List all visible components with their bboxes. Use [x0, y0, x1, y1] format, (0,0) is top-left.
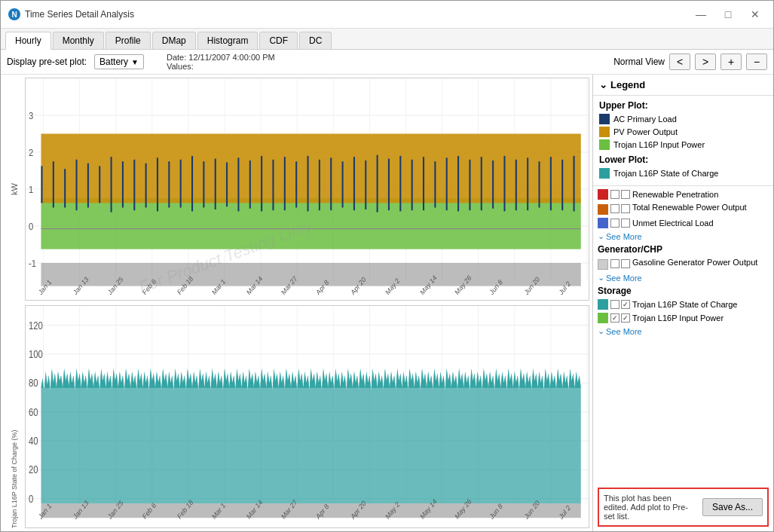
main-window: N Time Series Detail Analysis — □ ✕ Hour…	[0, 0, 774, 532]
svg-rect-62	[423, 157, 424, 210]
legend-label-trojan-input: Trojan L16P Input Power	[613, 140, 705, 149]
checkbox-input-2[interactable]: ✓	[621, 313, 630, 323]
svg-text:40: 40	[29, 435, 38, 448]
y-axis-label-upper: kW	[4, 78, 25, 301]
preset-dropdown[interactable]: Battery ▼	[94, 54, 144, 69]
sidebar-scroll[interactable]: Renewable Penetration Total Renewable Po…	[593, 185, 773, 483]
legend-chevron-icon: ⌄	[599, 79, 607, 90]
see-more-label-3: See More	[606, 327, 642, 336]
label-storage-input: Trojan L16P Input Power	[632, 313, 724, 323]
tab-monthly[interactable]: Monthly	[53, 32, 104, 49]
prev-button[interactable]: <	[669, 54, 690, 70]
item-generator: Gasoline Generator Power Output	[598, 258, 769, 270]
see-more-2[interactable]: ⌄ See More	[598, 273, 769, 283]
upper-plot-title: Upper Plot:	[599, 100, 767, 111]
svg-rect-44	[215, 159, 216, 209]
svg-rect-39	[157, 157, 158, 211]
svg-rect-55	[342, 161, 344, 207]
label-storage-soc: Trojan L16P State of Charge	[632, 300, 737, 309]
date-value: 12/11/2007 4:00:00 PM	[188, 53, 274, 62]
checkbox-unmet-1[interactable]	[610, 219, 620, 228]
save-section: ➜ This plot has been edited. Add plot to…	[598, 488, 769, 527]
item-storage-soc: ✓ Trojan L16P State of Charge	[598, 299, 769, 310]
svg-rect-72	[538, 161, 540, 207]
red-arrow-icon: ➜	[767, 505, 773, 531]
checkboxes-renewable	[610, 190, 630, 199]
svg-rect-75	[574, 156, 575, 212]
zoom-out-button[interactable]: −	[746, 54, 767, 70]
svg-text:0: 0	[29, 221, 33, 232]
legend-label-ac-load: AC Primary Load	[613, 115, 677, 124]
checkbox-total-2[interactable]	[621, 204, 630, 213]
svg-rect-41	[180, 160, 182, 208]
svg-text:100: 100	[29, 348, 43, 361]
checkbox-total-1[interactable]	[610, 204, 620, 213]
toolbar: Display pre-set plot: Battery ▼ Date: 12…	[1, 50, 773, 75]
checkbox-soc-1[interactable]	[610, 300, 620, 309]
svg-rect-58	[377, 155, 378, 212]
svg-rect-68	[492, 161, 494, 209]
svg-rect-43	[203, 161, 204, 207]
values-label: Values:	[167, 62, 194, 71]
see-more-label-1: See More	[606, 232, 642, 241]
maximize-button[interactable]: □	[717, 7, 739, 22]
tab-dc[interactable]: DC	[299, 32, 332, 49]
checkbox-soc-2[interactable]: ✓	[621, 300, 630, 309]
svg-rect-56	[353, 157, 355, 210]
legend-label-trojan-soc: Trojan L16P State of Charge	[613, 169, 718, 178]
legend-header: ⌄ Legend	[593, 75, 773, 96]
label-unmet: Unmet Electrical Load	[632, 219, 714, 228]
display-label: Display pre-set plot:	[7, 57, 87, 67]
checkboxes-unmet	[610, 219, 630, 228]
svg-text:120: 120	[29, 319, 43, 332]
generator-title: Generator/CHP	[598, 244, 769, 255]
tab-profile[interactable]: Profile	[106, 32, 151, 49]
zoom-in-button[interactable]: +	[720, 54, 742, 70]
color-renewable	[598, 189, 608, 200]
svg-rect-50	[284, 157, 286, 210]
legend-color-trojan-soc	[599, 168, 610, 179]
see-more-1[interactable]: ⌄ See More	[598, 231, 769, 241]
svg-rect-42	[191, 156, 193, 212]
chevron-down-icon-2: ⌄	[598, 273, 604, 283]
sidebar: ⌄ Legend Upper Plot: AC Primary Load PV …	[592, 75, 773, 531]
chevron-down-icon-3: ⌄	[598, 326, 604, 336]
checkbox-input-1[interactable]: ✓	[610, 313, 620, 323]
lower-chart: 120 100 80 60 40 20 0	[25, 305, 589, 528]
svg-rect-40	[168, 161, 170, 207]
checkbox-gen-2[interactable]	[621, 259, 630, 268]
color-total-renewable	[598, 204, 608, 215]
close-button[interactable]: ✕	[745, 7, 766, 22]
svg-text:3: 3	[29, 110, 33, 121]
save-as-button[interactable]: Save As...	[702, 498, 763, 516]
checkbox-gen-1[interactable]	[610, 259, 620, 268]
svg-rect-29	[41, 166, 42, 203]
svg-text:-1: -1	[29, 258, 36, 269]
svg-rect-36	[122, 161, 124, 207]
lower-chart-svg: 120 100 80 60 40 20 0	[26, 306, 589, 527]
svg-text:80: 80	[29, 377, 38, 390]
svg-rect-37	[133, 160, 135, 210]
svg-rect-38	[145, 164, 147, 208]
minimize-button[interactable]: —	[690, 7, 711, 22]
svg-rect-31	[64, 169, 66, 207]
item-storage-input: ✓ ✓ Trojan L16P Input Power	[598, 313, 769, 323]
next-button[interactable]: >	[695, 54, 716, 70]
tab-cdf[interactable]: CDF	[259, 32, 298, 49]
checkboxes-generator	[610, 259, 630, 268]
legend-color-ac-load	[599, 114, 610, 124]
checkbox-unmet-2[interactable]	[621, 219, 630, 228]
window-title: Time Series Detail Analysis	[25, 9, 134, 20]
tab-hourly[interactable]: Hourly	[5, 32, 51, 50]
tab-histogram[interactable]: Histogram	[197, 32, 259, 49]
svg-rect-57	[365, 161, 366, 209]
see-more-3[interactable]: ⌄ See More	[598, 326, 769, 336]
upper-chart-svg: 3 2 1 0 -1	[26, 78, 589, 300]
svg-rect-60	[399, 156, 401, 212]
label-generator: Gasoline Generator Power Output	[632, 258, 757, 267]
checkbox-renewable-1[interactable]	[610, 190, 620, 199]
tab-dmap[interactable]: DMap	[152, 32, 196, 49]
checkbox-renewable-2[interactable]	[621, 190, 630, 199]
svg-rect-70	[515, 160, 517, 210]
svg-rect-35	[111, 157, 112, 212]
